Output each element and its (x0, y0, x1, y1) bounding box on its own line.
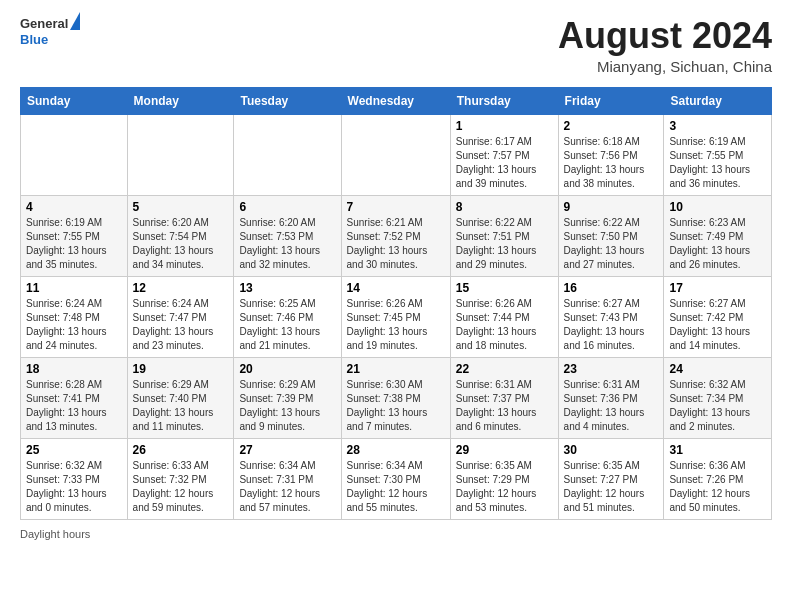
calendar-cell: 28Sunrise: 6:34 AM Sunset: 7:30 PM Dayli… (341, 438, 450, 519)
calendar-week-row: 18Sunrise: 6:28 AM Sunset: 7:41 PM Dayli… (21, 357, 772, 438)
day-info: Sunrise: 6:36 AM Sunset: 7:26 PM Dayligh… (669, 459, 766, 515)
calendar-cell: 4Sunrise: 6:19 AM Sunset: 7:55 PM Daylig… (21, 195, 128, 276)
day-info: Sunrise: 6:23 AM Sunset: 7:49 PM Dayligh… (669, 216, 766, 272)
calendar-cell: 20Sunrise: 6:29 AM Sunset: 7:39 PM Dayli… (234, 357, 341, 438)
calendar-cell: 30Sunrise: 6:35 AM Sunset: 7:27 PM Dayli… (558, 438, 664, 519)
day-number: 26 (133, 443, 229, 457)
calendar-cell: 11Sunrise: 6:24 AM Sunset: 7:48 PM Dayli… (21, 276, 128, 357)
day-number: 21 (347, 362, 445, 376)
day-number: 1 (456, 119, 553, 133)
day-info: Sunrise: 6:18 AM Sunset: 7:56 PM Dayligh… (564, 135, 659, 191)
calendar-cell: 3Sunrise: 6:19 AM Sunset: 7:55 PM Daylig… (664, 114, 772, 195)
day-number: 27 (239, 443, 335, 457)
day-info: Sunrise: 6:21 AM Sunset: 7:52 PM Dayligh… (347, 216, 445, 272)
day-info: Sunrise: 6:22 AM Sunset: 7:50 PM Dayligh… (564, 216, 659, 272)
title-section: August 2024 Mianyang, Sichuan, China (558, 16, 772, 75)
day-info: Sunrise: 6:35 AM Sunset: 7:29 PM Dayligh… (456, 459, 553, 515)
calendar-cell: 2Sunrise: 6:18 AM Sunset: 7:56 PM Daylig… (558, 114, 664, 195)
calendar-cell: 25Sunrise: 6:32 AM Sunset: 7:33 PM Dayli… (21, 438, 128, 519)
calendar-cell: 18Sunrise: 6:28 AM Sunset: 7:41 PM Dayli… (21, 357, 128, 438)
day-number: 4 (26, 200, 122, 214)
day-number: 29 (456, 443, 553, 457)
calendar-cell: 24Sunrise: 6:32 AM Sunset: 7:34 PM Dayli… (664, 357, 772, 438)
logo: General Blue (20, 16, 80, 47)
day-number: 23 (564, 362, 659, 376)
day-number: 3 (669, 119, 766, 133)
calendar-cell: 31Sunrise: 6:36 AM Sunset: 7:26 PM Dayli… (664, 438, 772, 519)
calendar-cell: 10Sunrise: 6:23 AM Sunset: 7:49 PM Dayli… (664, 195, 772, 276)
day-info: Sunrise: 6:29 AM Sunset: 7:39 PM Dayligh… (239, 378, 335, 434)
day-info: Sunrise: 6:19 AM Sunset: 7:55 PM Dayligh… (26, 216, 122, 272)
calendar-cell: 14Sunrise: 6:26 AM Sunset: 7:45 PM Dayli… (341, 276, 450, 357)
location-subtitle: Mianyang, Sichuan, China (558, 58, 772, 75)
calendar-cell: 5Sunrise: 6:20 AM Sunset: 7:54 PM Daylig… (127, 195, 234, 276)
calendar-table: SundayMondayTuesdayWednesdayThursdayFrid… (20, 87, 772, 520)
day-number: 11 (26, 281, 122, 295)
day-number: 9 (564, 200, 659, 214)
day-number: 14 (347, 281, 445, 295)
calendar-cell: 1Sunrise: 6:17 AM Sunset: 7:57 PM Daylig… (450, 114, 558, 195)
calendar-cell: 17Sunrise: 6:27 AM Sunset: 7:42 PM Dayli… (664, 276, 772, 357)
calendar-cell: 9Sunrise: 6:22 AM Sunset: 7:50 PM Daylig… (558, 195, 664, 276)
calendar-week-row: 1Sunrise: 6:17 AM Sunset: 7:57 PM Daylig… (21, 114, 772, 195)
day-info: Sunrise: 6:28 AM Sunset: 7:41 PM Dayligh… (26, 378, 122, 434)
day-number: 13 (239, 281, 335, 295)
day-number: 15 (456, 281, 553, 295)
calendar-cell: 19Sunrise: 6:29 AM Sunset: 7:40 PM Dayli… (127, 357, 234, 438)
day-info: Sunrise: 6:26 AM Sunset: 7:45 PM Dayligh… (347, 297, 445, 353)
day-info: Sunrise: 6:34 AM Sunset: 7:30 PM Dayligh… (347, 459, 445, 515)
page-header: General Blue August 2024 Mianyang, Sichu… (20, 16, 772, 75)
day-info: Sunrise: 6:19 AM Sunset: 7:55 PM Dayligh… (669, 135, 766, 191)
day-info: Sunrise: 6:30 AM Sunset: 7:38 PM Dayligh… (347, 378, 445, 434)
day-info: Sunrise: 6:27 AM Sunset: 7:42 PM Dayligh… (669, 297, 766, 353)
day-number: 31 (669, 443, 766, 457)
weekday-header-monday: Monday (127, 87, 234, 114)
calendar-cell: 22Sunrise: 6:31 AM Sunset: 7:37 PM Dayli… (450, 357, 558, 438)
day-number: 20 (239, 362, 335, 376)
logo-general: General (20, 16, 68, 32)
day-number: 25 (26, 443, 122, 457)
day-number: 7 (347, 200, 445, 214)
day-number: 18 (26, 362, 122, 376)
weekday-header-friday: Friday (558, 87, 664, 114)
calendar-cell: 16Sunrise: 6:27 AM Sunset: 7:43 PM Dayli… (558, 276, 664, 357)
day-info: Sunrise: 6:32 AM Sunset: 7:33 PM Dayligh… (26, 459, 122, 515)
day-number: 30 (564, 443, 659, 457)
calendar-cell (341, 114, 450, 195)
calendar-cell: 27Sunrise: 6:34 AM Sunset: 7:31 PM Dayli… (234, 438, 341, 519)
calendar-cell (21, 114, 128, 195)
calendar-cell: 13Sunrise: 6:25 AM Sunset: 7:46 PM Dayli… (234, 276, 341, 357)
calendar-cell: 29Sunrise: 6:35 AM Sunset: 7:29 PM Dayli… (450, 438, 558, 519)
calendar-cell (127, 114, 234, 195)
weekday-header-saturday: Saturday (664, 87, 772, 114)
day-info: Sunrise: 6:24 AM Sunset: 7:47 PM Dayligh… (133, 297, 229, 353)
day-number: 17 (669, 281, 766, 295)
day-info: Sunrise: 6:34 AM Sunset: 7:31 PM Dayligh… (239, 459, 335, 515)
day-info: Sunrise: 6:31 AM Sunset: 7:37 PM Dayligh… (456, 378, 553, 434)
day-number: 24 (669, 362, 766, 376)
weekday-header-row: SundayMondayTuesdayWednesdayThursdayFrid… (21, 87, 772, 114)
logo-text: General Blue (20, 16, 68, 47)
calendar-week-row: 25Sunrise: 6:32 AM Sunset: 7:33 PM Dayli… (21, 438, 772, 519)
day-info: Sunrise: 6:33 AM Sunset: 7:32 PM Dayligh… (133, 459, 229, 515)
day-number: 5 (133, 200, 229, 214)
day-info: Sunrise: 6:17 AM Sunset: 7:57 PM Dayligh… (456, 135, 553, 191)
day-number: 10 (669, 200, 766, 214)
day-info: Sunrise: 6:24 AM Sunset: 7:48 PM Dayligh… (26, 297, 122, 353)
calendar-cell: 6Sunrise: 6:20 AM Sunset: 7:53 PM Daylig… (234, 195, 341, 276)
calendar-week-row: 11Sunrise: 6:24 AM Sunset: 7:48 PM Dayli… (21, 276, 772, 357)
day-info: Sunrise: 6:32 AM Sunset: 7:34 PM Dayligh… (669, 378, 766, 434)
calendar-cell: 7Sunrise: 6:21 AM Sunset: 7:52 PM Daylig… (341, 195, 450, 276)
day-info: Sunrise: 6:35 AM Sunset: 7:27 PM Dayligh… (564, 459, 659, 515)
logo-blue: Blue (20, 32, 68, 48)
day-info: Sunrise: 6:22 AM Sunset: 7:51 PM Dayligh… (456, 216, 553, 272)
month-year-title: August 2024 (558, 16, 772, 56)
day-info: Sunrise: 6:26 AM Sunset: 7:44 PM Dayligh… (456, 297, 553, 353)
day-info: Sunrise: 6:20 AM Sunset: 7:54 PM Dayligh… (133, 216, 229, 272)
day-number: 12 (133, 281, 229, 295)
day-info: Sunrise: 6:31 AM Sunset: 7:36 PM Dayligh… (564, 378, 659, 434)
day-info: Sunrise: 6:25 AM Sunset: 7:46 PM Dayligh… (239, 297, 335, 353)
weekday-header-wednesday: Wednesday (341, 87, 450, 114)
day-number: 6 (239, 200, 335, 214)
day-info: Sunrise: 6:29 AM Sunset: 7:40 PM Dayligh… (133, 378, 229, 434)
